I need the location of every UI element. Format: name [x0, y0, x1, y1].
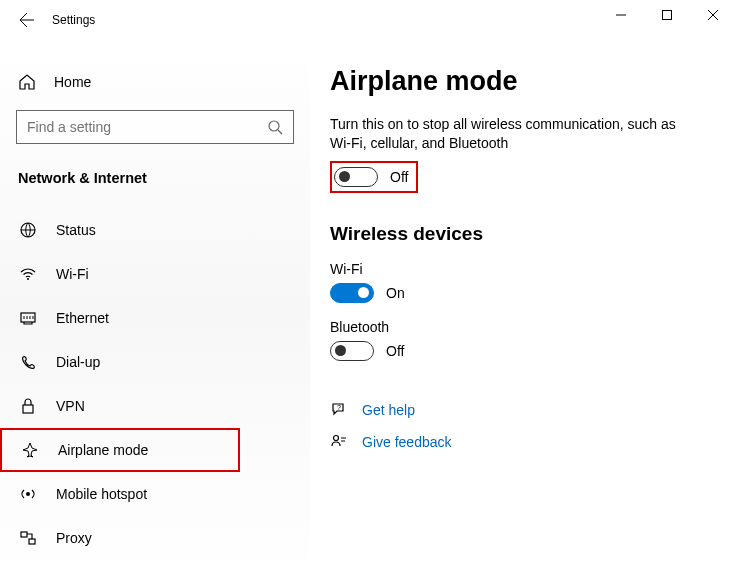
svg-point-10 — [334, 435, 339, 440]
home-nav[interactable]: Home — [0, 60, 310, 104]
svg-text:?: ? — [337, 403, 341, 410]
sidebar-item-label: Mobile hotspot — [56, 486, 147, 502]
close-button[interactable] — [690, 0, 736, 30]
arrow-left-icon — [19, 12, 35, 28]
give-feedback-row[interactable]: Give feedback — [330, 433, 712, 451]
maximize-icon — [662, 10, 672, 20]
get-help-link[interactable]: Get help — [362, 402, 415, 418]
vpn-icon — [18, 397, 38, 415]
airplane-toggle[interactable] — [334, 167, 378, 187]
sidebar-item-status[interactable]: Status — [0, 208, 310, 252]
minimize-icon — [616, 10, 626, 20]
airplane-icon — [20, 441, 40, 459]
bluetooth-toggle[interactable] — [330, 341, 374, 361]
wifi-icon — [18, 265, 38, 283]
svg-point-1 — [269, 121, 279, 131]
sidebar-item-label: Dial-up — [56, 354, 100, 370]
sidebar-item-label: Ethernet — [56, 310, 109, 326]
sidebar-item-label: Proxy — [56, 530, 92, 546]
proxy-icon — [18, 529, 38, 547]
sidebar-item-wifi[interactable]: Wi-Fi — [0, 252, 310, 296]
home-icon — [18, 73, 36, 91]
sidebar-item-proxy[interactable]: Proxy — [0, 516, 310, 560]
sidebar-item-dialup[interactable]: Dial-up — [0, 340, 310, 384]
status-icon — [18, 221, 38, 239]
bluetooth-toggle-label: Off — [386, 343, 404, 359]
dialup-icon — [18, 353, 38, 371]
page-description: Turn this on to stop all wireless commun… — [330, 115, 690, 153]
sidebar-item-label: VPN — [56, 398, 85, 414]
get-help-row[interactable]: ? Get help — [330, 401, 712, 419]
sidebar-item-label: Status — [56, 222, 96, 238]
wifi-toggle-row: On — [330, 283, 712, 303]
back-button[interactable] — [12, 12, 42, 28]
ethernet-icon — [18, 309, 38, 327]
sidebar-item-ethernet[interactable]: Ethernet — [0, 296, 310, 340]
search-box[interactable] — [16, 110, 294, 144]
sidebar: Home Network & Internet Status Wi-Fi Eth… — [0, 40, 310, 581]
main-panel: Airplane mode Turn this on to stop all w… — [310, 40, 736, 581]
svg-point-6 — [26, 492, 30, 496]
svg-rect-7 — [21, 532, 27, 537]
close-icon — [708, 10, 718, 20]
minimize-button[interactable] — [598, 0, 644, 30]
bluetooth-toggle-row: Off — [330, 341, 712, 361]
wireless-section-title: Wireless devices — [330, 223, 712, 245]
feedback-icon — [330, 433, 348, 451]
sidebar-item-label: Wi-Fi — [56, 266, 89, 282]
airplane-toggle-label: Off — [390, 169, 408, 185]
window-controls — [598, 0, 736, 30]
home-label: Home — [54, 74, 91, 90]
search-icon — [267, 119, 283, 135]
bluetooth-device-label: Bluetooth — [330, 319, 712, 335]
window-title: Settings — [52, 13, 95, 27]
category-heading: Network & Internet — [0, 162, 310, 208]
wifi-toggle[interactable] — [330, 283, 374, 303]
give-feedback-link[interactable]: Give feedback — [362, 434, 452, 450]
sidebar-item-hotspot[interactable]: Mobile hotspot — [0, 472, 310, 516]
wifi-toggle-label: On — [386, 285, 405, 301]
titlebar: Settings — [0, 0, 736, 40]
svg-rect-0 — [663, 11, 672, 20]
sidebar-item-label: Airplane mode — [58, 442, 148, 458]
sidebar-item-airplane[interactable]: Airplane mode — [0, 428, 240, 472]
wifi-device-label: Wi-Fi — [330, 261, 712, 277]
help-links: ? Get help Give feedback — [330, 401, 712, 451]
search-input[interactable] — [27, 119, 267, 135]
svg-point-3 — [27, 278, 29, 280]
hotspot-icon — [18, 485, 38, 503]
airplane-toggle-row: Off — [330, 161, 418, 193]
svg-rect-5 — [23, 405, 33, 413]
chat-help-icon: ? — [330, 401, 348, 419]
maximize-button[interactable] — [644, 0, 690, 30]
sidebar-item-vpn[interactable]: VPN — [0, 384, 310, 428]
svg-rect-8 — [29, 539, 35, 544]
page-title: Airplane mode — [330, 66, 712, 97]
